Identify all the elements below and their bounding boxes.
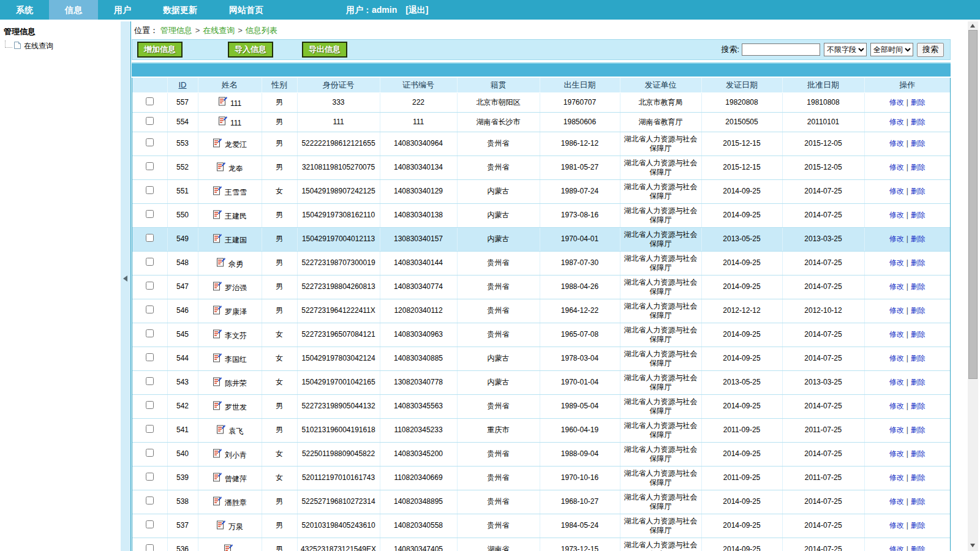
row-checkbox[interactable] [146,162,154,170]
row-checkbox[interactable] [146,401,154,409]
edit-doc-icon[interactable] [213,305,222,317]
delete-link[interactable]: 删除 [911,354,925,362]
toolbar-button-导入信息[interactable]: 导入信息 [228,42,273,58]
row-checkbox[interactable] [146,117,154,125]
edit-link[interactable]: 修改 [889,545,904,551]
edit-doc-icon[interactable] [216,257,225,269]
row-checkbox[interactable] [146,210,154,218]
delete-link[interactable]: 删除 [911,258,925,267]
delete-link[interactable]: 删除 [911,306,925,315]
row-checkbox[interactable] [146,353,154,361]
row-checkbox[interactable] [146,473,154,481]
edit-doc-icon[interactable] [213,496,222,508]
row-checkbox[interactable] [146,305,154,313]
toolbar-button-增加信息[interactable]: 增加信息 [137,42,183,58]
delete-link[interactable]: 删除 [911,163,925,171]
toolbar-button-导出信息[interactable]: 导出信息 [302,42,347,58]
sidebar-item-online-query[interactable]: 在线查询 [4,41,121,51]
delete-link[interactable]: 删除 [911,139,925,148]
delete-link[interactable]: 删除 [911,497,925,506]
delete-link[interactable]: 删除 [911,378,925,386]
edit-link[interactable]: 修改 [889,497,904,506]
edit-link[interactable]: 修改 [889,402,904,410]
edit-doc-icon[interactable] [213,353,222,365]
edit-doc-icon[interactable] [213,377,222,389]
edit-doc-icon[interactable] [213,233,222,246]
row-checkbox[interactable] [146,544,154,551]
nav-item-系统[interactable]: 系统 [0,0,49,20]
field-select[interactable]: 不限字段 [824,43,867,56]
edit-doc-icon[interactable] [213,448,222,460]
row-checkbox[interactable] [146,138,154,146]
edit-link[interactable]: 修改 [889,98,904,107]
breadcrumb-link-0[interactable]: 管理信息 [160,26,192,35]
row-checkbox[interactable] [146,449,154,457]
edit-doc-icon[interactable] [216,520,225,532]
nav-item-信息[interactable]: 信息 [49,0,98,20]
delete-link[interactable]: 删除 [911,282,925,291]
edit-link[interactable]: 修改 [889,473,904,482]
search-button[interactable]: 搜索 [917,43,944,57]
edit-link[interactable]: 修改 [889,118,904,126]
row-checkbox[interactable] [146,186,154,194]
logout-link[interactable]: [退出] [405,5,428,15]
edit-doc-icon[interactable] [213,138,222,150]
delete-link[interactable]: 删除 [911,234,925,243]
edit-link[interactable]: 修改 [889,258,904,267]
vertical-scrollbar[interactable] [968,21,978,551]
edit-link[interactable]: 修改 [889,234,904,243]
nav-item-网站首页[interactable]: 网站首页 [213,0,279,20]
nav-item-数据更新[interactable]: 数据更新 [147,0,213,20]
breadcrumb-link-1[interactable]: 在线查询 [203,26,235,35]
edit-link[interactable]: 修改 [889,306,904,315]
scroll-up-icon[interactable] [970,24,975,28]
row-checkbox[interactable] [146,329,154,337]
edit-doc-icon[interactable] [213,281,222,293]
edit-doc-icon[interactable] [218,116,227,128]
delete-link[interactable]: 删除 [911,187,925,195]
edit-link[interactable]: 修改 [889,354,904,362]
row-checkbox[interactable] [146,282,154,290]
delete-link[interactable]: 删除 [911,402,925,410]
edit-link[interactable]: 修改 [889,521,904,530]
breadcrumb-link-2[interactable]: 信息列表 [246,26,277,35]
edit-doc-icon[interactable] [218,96,227,108]
row-checkbox[interactable] [146,234,154,242]
collapse-sidebar-icon[interactable] [123,276,127,282]
row-checkbox[interactable] [146,377,154,385]
scroll-down-icon[interactable] [970,544,975,547]
edit-link[interactable]: 修改 [889,425,904,434]
edit-link[interactable]: 修改 [889,163,904,171]
edit-doc-icon[interactable] [213,400,222,413]
edit-doc-icon[interactable] [213,186,222,198]
delete-link[interactable]: 删除 [911,118,925,126]
delete-link[interactable]: 删除 [911,473,925,482]
delete-link[interactable]: 删除 [911,449,925,458]
edit-link[interactable]: 修改 [889,187,904,195]
edit-doc-icon[interactable] [213,472,222,484]
delete-link[interactable]: 删除 [911,330,925,339]
row-checkbox[interactable] [146,520,154,528]
edit-link[interactable]: 修改 [889,449,904,458]
delete-link[interactable]: 删除 [911,545,925,551]
time-select[interactable]: 全部时间 [870,43,913,56]
edit-doc-icon[interactable] [216,424,225,437]
edit-link[interactable]: 修改 [889,139,904,148]
scrollbar-thumb[interactable] [968,30,978,379]
row-checkbox[interactable] [146,425,154,433]
delete-link[interactable]: 删除 [911,211,925,219]
delete-link[interactable]: 删除 [911,425,925,434]
nav-item-用户[interactable]: 用户 [98,0,147,20]
delete-link[interactable]: 删除 [911,521,925,530]
edit-doc-icon[interactable] [213,329,222,341]
row-checkbox[interactable] [146,497,154,504]
edit-link[interactable]: 修改 [889,378,904,386]
row-checkbox[interactable] [146,97,154,105]
search-input[interactable] [742,43,820,56]
delete-link[interactable]: 删除 [911,98,925,107]
edit-doc-icon[interactable] [213,209,222,222]
edit-doc-icon[interactable] [224,544,233,551]
edit-doc-icon[interactable] [216,162,225,174]
edit-link[interactable]: 修改 [889,330,904,339]
sidebar-splitter[interactable] [121,21,131,551]
